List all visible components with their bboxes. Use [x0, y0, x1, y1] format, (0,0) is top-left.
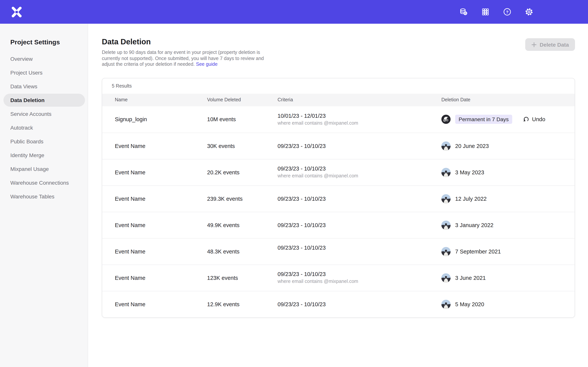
- criteria-date-range: 09/23/23 - 10/10/23: [277, 271, 441, 277]
- apps-grid-button[interactable]: [481, 7, 490, 17]
- sidebar-nav: Overview Project Users Data Views Data D…: [0, 52, 88, 203]
- criteria-date-range: 09/23/23 - 10/10/23: [277, 301, 441, 307]
- page-title: Data Deletion: [102, 37, 275, 46]
- undo-button[interactable]: Undo: [523, 116, 545, 123]
- volume-deleted-cell: 49.9K events: [207, 222, 277, 228]
- criteria-date-range: 09/23/23 - 10/10/23: [277, 245, 441, 251]
- criteria-date-range: 09/23/23 - 10/10/23: [277, 166, 441, 172]
- sidebar-item-label: Identity Merge: [10, 152, 44, 158]
- sidebar-item-label: Data Views: [10, 83, 37, 90]
- sidebar-item-public-boards[interactable]: Public Boards: [3, 135, 85, 148]
- criteria-cell: 10/01/23 - 12/01/23 where email contains…: [277, 113, 441, 126]
- volume-deleted-cell: 12.9K events: [207, 301, 277, 307]
- data-management-button[interactable]: [459, 7, 468, 17]
- delete-data-button[interactable]: Delete Data: [525, 38, 575, 51]
- sidebar-item-warehouse-tables[interactable]: Warehouse Tables: [3, 190, 85, 203]
- sidebar-item-label: Data Deletion: [10, 97, 45, 103]
- criteria-cell: 09/23/23 - 10/10/23: [277, 301, 441, 307]
- table-header-row: Name Volume Deleted Criteria Deletion Da…: [102, 93, 575, 106]
- deletion-graphic-avatar: [441, 115, 450, 124]
- criteria-cell: 09/23/23 - 10/10/23: [277, 143, 441, 149]
- undo-label: Undo: [532, 116, 545, 122]
- sidebar-item-mixpanel-usage[interactable]: Mixpanel Usage: [3, 162, 85, 175]
- table-row: Event Name 30K events 09/23/23 - 10/10/2…: [102, 133, 575, 159]
- column-header-deletion-date: Deletion Date: [441, 97, 575, 102]
- database-gear-icon: [459, 7, 468, 17]
- help-button[interactable]: ?: [503, 7, 512, 17]
- column-header-criteria: Criteria: [277, 97, 441, 102]
- user-avatar: [441, 273, 450, 282]
- topbar-icon-group: ?: [459, 7, 534, 17]
- deletion-date-label: 3 June 2021: [455, 275, 486, 281]
- sidebar-item-label: Mixpanel Usage: [10, 166, 49, 172]
- criteria-where-clause: where email contains @mixpanel.com: [277, 279, 441, 284]
- criteria-cell: 09/23/23 - 10/10/23: [277, 222, 441, 228]
- settings-button[interactable]: [524, 7, 534, 17]
- deletion-date-cell: Permanent in 7 Days Undo: [441, 115, 575, 124]
- page-header-text: Data Deletion Delete up to 90 days data …: [102, 37, 275, 67]
- mixpanel-logo[interactable]: [10, 6, 23, 18]
- volume-deleted-cell: 48.3K events: [207, 248, 277, 254]
- sidebar-item-project-users[interactable]: Project Users: [3, 66, 85, 79]
- deletion-date-label: 20 June 2023: [455, 143, 489, 149]
- user-avatar: [441, 194, 450, 203]
- mixpanel-x-icon: [10, 6, 22, 18]
- event-name-cell: Event Name: [115, 169, 207, 175]
- help-icon: ?: [503, 7, 512, 17]
- main-content: Data Deletion Delete up to 90 days data …: [88, 24, 588, 367]
- criteria-date-range: 09/23/23 - 10/10/23: [277, 222, 441, 228]
- sidebar-item-label: Overview: [10, 56, 33, 62]
- results-count: 5 Results: [112, 83, 132, 89]
- column-header-name: Name: [115, 97, 207, 102]
- volume-deleted-cell: 123K events: [207, 275, 277, 281]
- svg-text:?: ?: [506, 10, 509, 14]
- deletion-date-cell: 3 May 2023: [441, 168, 575, 177]
- table-row: Event Name 12.9K events 09/23/23 - 10/10…: [102, 291, 575, 317]
- criteria-where-clause: [277, 252, 441, 258]
- apps-grid-icon: [481, 7, 490, 17]
- deletion-date-cell: 3 January 2022: [441, 220, 575, 230]
- criteria-date-range: 10/01/23 - 12/01/23: [277, 113, 441, 119]
- deletion-date-label: 3 January 2022: [455, 222, 493, 228]
- sidebar-item-autotrack[interactable]: Autotrack: [3, 121, 85, 134]
- deletion-date-cell: 12 July 2022: [441, 194, 575, 203]
- sidebar-item-identity-merge[interactable]: Identity Merge: [3, 149, 85, 162]
- event-name-cell: Event Name: [115, 222, 207, 228]
- criteria-where-clause: where email contains @mixpanel.com: [277, 120, 441, 126]
- event-name-cell: Event Name: [115, 248, 207, 254]
- see-guide-link[interactable]: See guide: [196, 62, 218, 67]
- column-header-volume-deleted: Volume Deleted: [207, 97, 277, 102]
- page-description-text: Delete up to 90 days data for any event …: [102, 50, 264, 67]
- sidebar-item-service-accounts[interactable]: Service Accounts: [3, 108, 85, 120]
- sidebar-item-overview[interactable]: Overview: [3, 52, 85, 65]
- table-row: Event Name 48.3K events 09/23/23 - 10/10…: [102, 238, 575, 264]
- deletion-date-cell: 20 June 2023: [441, 141, 575, 150]
- sidebar-item-label: Service Accounts: [10, 111, 52, 117]
- deletion-table-card: 5 Results Name Volume Deleted Criteria D…: [102, 78, 575, 317]
- event-name-cell: Event Name: [115, 143, 207, 149]
- table-row: Event Name 20.2K events 09/23/23 - 10/10…: [102, 159, 575, 185]
- sidebar-item-data-deletion[interactable]: Data Deletion: [3, 94, 85, 107]
- page-description: Delete up to 90 days data for any event …: [102, 50, 275, 67]
- undo-icon: [523, 116, 529, 123]
- permanent-badge: Permanent in 7 Days: [455, 115, 512, 124]
- event-name-cell: Event Name: [115, 196, 207, 202]
- table-row: Signup_login 10M events 10/01/23 - 12/01…: [102, 106, 575, 133]
- page-header: Data Deletion Delete up to 90 days data …: [102, 37, 575, 67]
- volume-deleted-cell: 20.2K events: [207, 169, 277, 175]
- event-name-cell: Event Name: [115, 301, 207, 307]
- sidebar-item-label: Warehouse Connections: [10, 180, 69, 186]
- criteria-cell: 09/23/23 - 10/10/23 where email contains…: [277, 166, 441, 179]
- sidebar-item-data-views[interactable]: Data Views: [3, 80, 85, 93]
- plus-icon: [531, 42, 536, 47]
- criteria-cell: 09/23/23 - 10/10/23: [277, 196, 441, 202]
- sidebar-item-label: Warehouse Tables: [10, 193, 54, 200]
- deletion-date-cell: 7 September 2021: [441, 247, 575, 256]
- sidebar-item-warehouse-connections[interactable]: Warehouse Connections: [3, 176, 85, 189]
- delete-data-label: Delete Data: [540, 42, 569, 48]
- volume-deleted-cell: 10M events: [207, 116, 277, 122]
- event-name-cell: Signup_login: [115, 116, 207, 122]
- deletion-date-cell: 5 May 2020: [441, 300, 575, 309]
- app-window: ? Project Settings Overview Project User…: [0, 0, 588, 367]
- volume-deleted-cell: 30K events: [207, 143, 277, 149]
